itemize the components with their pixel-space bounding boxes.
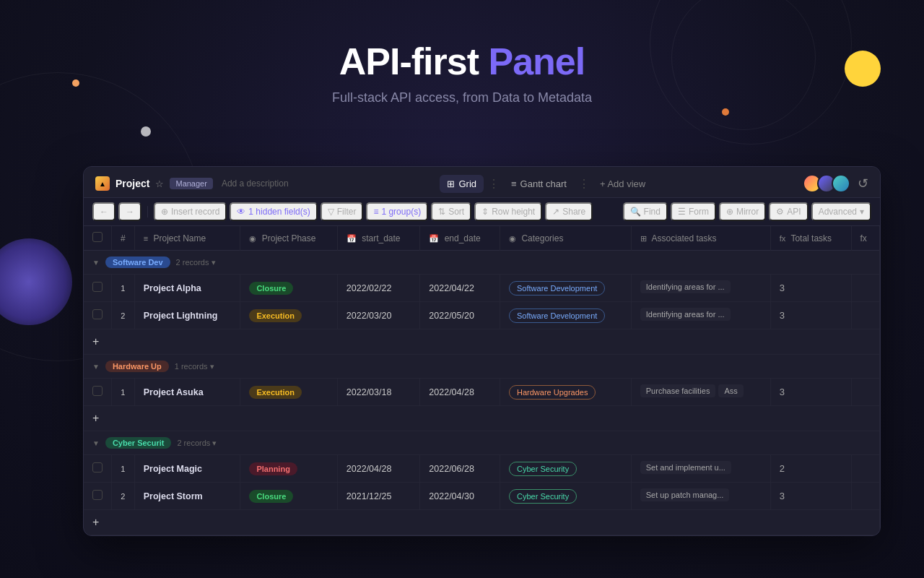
filter-icon: ▽ [328, 207, 334, 217]
mirror-label: Mirror [736, 207, 759, 217]
project-name-text: Project Lightning [144, 311, 218, 321]
find-label: Find [644, 207, 661, 217]
select-all-checkbox[interactable] [92, 232, 103, 242]
th-start-label: start_date [362, 233, 400, 243]
task-chip: Purchase facilities [640, 384, 716, 397]
th-categories[interactable]: ◉ Categories [500, 226, 632, 251]
category-badge: Hardware Upgrades [509, 385, 596, 400]
add-row-cell[interactable]: + [84, 406, 880, 431]
row-number: 1 [112, 275, 135, 302]
share-button[interactable]: ↗ Share [545, 202, 593, 221]
row-height-button[interactable]: ⇕ Row height [474, 202, 542, 221]
table-row[interactable]: 1 Project Magic Planning 2022/04/28 2022… [84, 455, 880, 483]
table-row[interactable]: 1 Project Alpha Closure 2022/02/22 2022/… [84, 275, 880, 302]
total-tasks-value: 3 [780, 282, 785, 293]
group-count: 2 records ▾ [177, 439, 217, 448]
hero-title: API-first Panel [0, 40, 924, 83]
form-label: Form [689, 207, 709, 217]
th-project-name-label: Project Name [153, 233, 206, 243]
toolbar-undo[interactable]: ← [92, 202, 116, 221]
row-checkbox-cell[interactable] [84, 483, 112, 510]
row-checkbox-cell[interactable] [84, 379, 112, 406]
add-row-button[interactable]: + [84, 510, 880, 535]
table-row[interactable]: 1 Project Asuka Execution 2022/03/18 202… [84, 379, 880, 406]
tab-grid-label: Grid [458, 178, 476, 189]
group-tag: Cyber Securit [105, 437, 172, 449]
row-tasks: Identifying areas for ... [631, 275, 770, 302]
row-category: Software Development [500, 275, 632, 302]
th-checkbox[interactable] [84, 226, 112, 251]
phase-badge: Planning [249, 462, 297, 475]
deco-circle-white [141, 126, 151, 137]
phase-badge: Closure [249, 490, 293, 503]
group-row-software-dev[interactable]: ▼ Software Dev 2 records ▾ [84, 251, 880, 275]
th-end-date[interactable]: 📅 end_date [420, 226, 500, 251]
category-badge: Software Development [509, 309, 605, 323]
tab-gantt[interactable]: ≡ Gantt chart [504, 175, 574, 193]
row-checkbox[interactable] [92, 309, 103, 319]
table-row[interactable]: 2 Project Storm Closure 2021/12/25 2022/… [84, 483, 880, 510]
row-checkbox-cell[interactable] [84, 455, 112, 483]
row-category: Software Development [500, 302, 632, 329]
star-icon[interactable]: ☆ [155, 178, 164, 189]
row-project-name: Project Lightning [134, 302, 240, 329]
row-total-tasks: 2 [770, 455, 851, 483]
th-project-phase[interactable]: ◉ Project Phase [240, 226, 337, 251]
group-row-hardware-up[interactable]: ▼ Hardware Up 1 records ▾ [84, 355, 880, 379]
table-row[interactable]: 2 Project Lightning Execution 2022/03/20… [84, 302, 880, 329]
row-total-tasks: 3 [770, 275, 851, 302]
form-button[interactable]: ☰ Form [671, 202, 716, 221]
api-button[interactable]: ⚙ API [769, 202, 808, 221]
row-total-tasks: 3 [770, 302, 851, 329]
th-tasks-icon: ⊞ [640, 234, 647, 243]
row-project-name: Project Asuka [134, 379, 240, 406]
filter-button[interactable]: ▽ Filter [321, 202, 364, 221]
toolbar-redo[interactable]: → [118, 202, 141, 221]
find-button[interactable]: 🔍 Find [623, 202, 668, 221]
refresh-icon[interactable]: ↺ [858, 176, 868, 191]
row-category: Cyber Security [500, 455, 632, 483]
th-start-date[interactable]: 📅 start_date [337, 226, 420, 251]
row-tasks: Purchase facilitiesAss [631, 379, 770, 406]
sort-button[interactable]: ⇅ Sort [431, 202, 471, 221]
hidden-fields-button[interactable]: 👁 1 hidden field(s) [230, 202, 317, 221]
row-number: 1 [112, 455, 135, 483]
row-checkbox[interactable] [92, 490, 103, 500]
manager-badge: Manager [170, 178, 212, 189]
row-end-date: 2022/06/28 [420, 455, 500, 483]
add-row-button[interactable]: + [84, 406, 880, 431]
th-associated-tasks[interactable]: ⊞ Associated tasks [631, 226, 770, 251]
filter-label: Filter [337, 207, 357, 217]
mirror-button[interactable]: ⊕ Mirror [719, 202, 766, 221]
table-wrapper[interactable]: # ≡ Project Name ◉ Project Phase 📅 start… [84, 226, 880, 535]
add-row-cell[interactable]: + [84, 510, 880, 535]
th-cat-label: Categories [521, 233, 563, 243]
th-project-name[interactable]: ≡ Project Name [134, 226, 240, 251]
panel-title: Project [116, 178, 149, 189]
th-extra[interactable]: fx [851, 226, 879, 251]
tab-grid[interactable]: ⊞ Grid [440, 175, 484, 193]
group-count: 2 records ▾ [176, 258, 216, 267]
row-checkbox[interactable] [92, 462, 103, 473]
hero-title-accent: Panel [488, 40, 585, 82]
row-checkbox[interactable] [92, 386, 103, 396]
row-checkbox[interactable] [92, 282, 103, 292]
deco-circle-orange-mid [722, 108, 729, 116]
main-panel: ▲ Project ☆ Manager Add a description ⊞ … [83, 166, 881, 536]
row-checkbox-cell[interactable] [84, 275, 112, 302]
hero-section: API-first Panel Full-stack API access, f… [0, 0, 924, 105]
th-total-tasks[interactable]: fx Total tasks [770, 226, 851, 251]
group-row-cyber-sec[interactable]: ▼ Cyber Securit 2 records ▾ [84, 431, 880, 455]
sep-1 [147, 206, 148, 217]
add-description[interactable]: Add a description [222, 178, 289, 189]
group-button[interactable]: ≡ 1 group(s) [366, 202, 428, 221]
row-checkbox-cell[interactable] [84, 302, 112, 329]
task-chip: Ass [718, 384, 743, 397]
add-row-button[interactable]: + [84, 329, 880, 355]
add-view-button[interactable]: + Add view [594, 175, 651, 193]
insert-icon: ⊕ [161, 207, 168, 217]
add-row-cell[interactable]: + [84, 329, 880, 355]
group-tag: Hardware Up [105, 361, 169, 372]
insert-record-button[interactable]: ⊕ Insert record [154, 202, 227, 221]
advanced-button[interactable]: Advanced ▾ [811, 202, 871, 221]
